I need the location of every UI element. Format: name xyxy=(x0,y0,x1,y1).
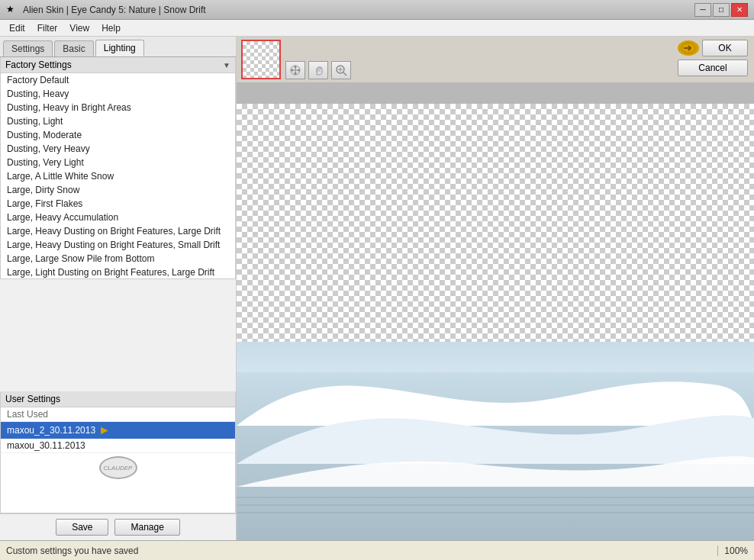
user-settings-label: User Settings xyxy=(5,394,60,404)
cancel-button[interactable]: Cancel xyxy=(678,60,748,76)
list-item[interactable]: Large, Light Dusting on Bright Features,… xyxy=(1,266,235,279)
tabs: Settings Basic Lighting xyxy=(0,37,236,57)
list-item[interactable]: Large, Dirty Snow xyxy=(1,183,235,197)
title-bar-controls: ─ □ ✕ xyxy=(694,3,748,17)
tab-basic[interactable]: Basic xyxy=(54,40,93,56)
preview-canvas xyxy=(237,82,754,540)
hand-icon xyxy=(312,64,324,76)
arrow-pointer-icon: ◄ xyxy=(98,423,111,437)
striation-3 xyxy=(237,512,754,513)
list-item[interactable]: Large, Heavy Dusting on Bright Features,… xyxy=(1,224,235,238)
maximize-button[interactable]: □ xyxy=(713,3,730,17)
factory-preset-list: Factory Default Dusting, Heavy Dusting, … xyxy=(1,73,235,279)
app-icon: ★ xyxy=(6,4,18,16)
user-preset-item-selected[interactable]: maxou_2_30.11.2013 ◄ xyxy=(1,422,235,439)
list-item[interactable]: Large, Heavy Dusting on Bright Features,… xyxy=(1,238,235,252)
tab-lighting[interactable]: Lighting xyxy=(95,40,144,56)
list-item[interactable]: Factory Default xyxy=(1,73,235,87)
svg-line-3 xyxy=(343,72,346,76)
checker-area xyxy=(237,104,754,372)
manage-button[interactable]: Manage xyxy=(114,519,179,536)
striation-1 xyxy=(237,497,754,498)
bottom-buttons: Save Manage xyxy=(0,513,236,540)
watermark-area: CLAUDEP xyxy=(1,452,235,482)
snow-top-layer xyxy=(237,426,754,487)
user-settings-section: User Settings Last Used maxou_2_30.11.20… xyxy=(0,391,236,513)
preview-tools xyxy=(285,61,351,79)
minimize-button[interactable]: ─ xyxy=(694,3,711,17)
user-preset-label: maxou_30.11.2013 xyxy=(7,440,85,451)
user-preset-label: maxou_2_30.11.2013 xyxy=(7,425,95,436)
list-item[interactable]: Dusting, Heavy xyxy=(1,87,235,101)
tab-settings[interactable]: Settings xyxy=(3,40,53,56)
move-icon xyxy=(289,64,301,76)
factory-settings-section: Factory Settings ▼ Factory Default Dusti… xyxy=(0,57,236,391)
preview-gray-bar xyxy=(237,82,754,104)
right-panel: OK Cancel xyxy=(237,37,754,540)
user-settings-header: User Settings xyxy=(1,391,235,407)
arrow-tool-button[interactable] xyxy=(285,61,305,79)
window-title: Alien Skin | Eye Candy 5: Nature | Snow … xyxy=(23,5,206,15)
title-bar-left: ★ Alien Skin | Eye Candy 5: Nature | Sno… xyxy=(6,4,206,16)
factory-settings-header: Factory Settings ▼ xyxy=(0,57,236,73)
user-settings-subheader: Last Used xyxy=(1,407,235,422)
zoom-icon xyxy=(335,64,347,76)
menu-view[interactable]: View xyxy=(63,21,95,35)
save-button[interactable]: Save xyxy=(56,519,108,536)
list-item[interactable]: Dusting, Light xyxy=(1,114,235,128)
list-item[interactable]: Large, A Little White Snow xyxy=(1,169,235,183)
menu-filter[interactable]: Filter xyxy=(31,21,64,35)
snow-svg3 xyxy=(237,426,754,487)
menu-bar: Edit Filter View Help xyxy=(0,20,754,37)
hand-tool-button[interactable] xyxy=(308,61,328,79)
status-text: Custom settings you have saved xyxy=(6,546,138,556)
watermark-badge: CLAUDEP xyxy=(99,456,137,479)
list-item[interactable]: Large, First Flakes xyxy=(1,197,235,211)
list-item[interactable]: Dusting, Very Heavy xyxy=(1,142,235,156)
snow-scene xyxy=(237,342,754,540)
user-preset-item[interactable]: maxou_30.11.2013 xyxy=(1,439,235,452)
status-bar: Custom settings you have saved 100% xyxy=(0,540,754,560)
collapse-arrow-icon: ▼ xyxy=(223,61,230,69)
ok-button-row: OK xyxy=(678,40,748,56)
title-bar: ★ Alien Skin | Eye Candy 5: Nature | Sno… xyxy=(0,0,754,20)
list-item[interactable]: Large, Heavy Accumulation xyxy=(1,211,235,224)
list-item[interactable]: Dusting, Very Light xyxy=(1,156,235,169)
menu-edit[interactable]: Edit xyxy=(3,21,31,35)
menu-help[interactable]: Help xyxy=(95,21,127,35)
factory-settings-label: Factory Settings xyxy=(5,60,72,70)
ok-arrow-svg xyxy=(681,42,696,54)
ok-button[interactable]: OK xyxy=(702,40,748,56)
close-button[interactable]: ✕ xyxy=(731,3,748,17)
list-item[interactable]: Dusting, Moderate xyxy=(1,128,235,142)
zoom-tool-button[interactable] xyxy=(331,61,351,79)
striation-2 xyxy=(237,504,754,506)
ok-icon xyxy=(678,40,699,56)
left-panel: Settings Basic Lighting Factory Settings… xyxy=(0,37,237,540)
status-zoom: 100% xyxy=(717,546,748,556)
watermark-text: CLAUDEP xyxy=(104,465,133,471)
preview-thumbnail[interactable] xyxy=(241,40,281,79)
list-item[interactable]: Large, Large Snow Pile from Bottom xyxy=(1,252,235,266)
list-item[interactable]: Dusting, Heavy in Bright Areas xyxy=(1,101,235,114)
factory-preset-list-container[interactable]: Factory Default Dusting, Heavy Dusting, … xyxy=(0,73,236,279)
ok-cancel-area: OK Cancel xyxy=(678,40,748,76)
preview-header xyxy=(237,37,754,82)
main-content: Settings Basic Lighting Factory Settings… xyxy=(0,37,754,540)
